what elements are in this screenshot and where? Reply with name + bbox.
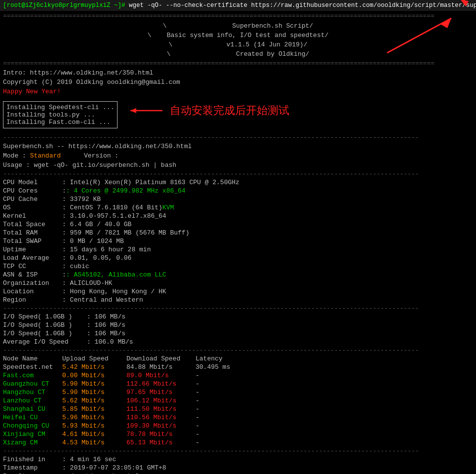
terminal: [root@iZj6clkyo8prlgrmuyplxiZ ~]# wget -… bbox=[0, 0, 476, 474]
table-row: Heifei CU 5.96 Mbit/s 110.56 Mbit/s - bbox=[0, 413, 476, 422]
org-row: Organization : ALICLOUD-HK bbox=[0, 279, 476, 287]
dashed-2: ----------------------------------------… bbox=[0, 170, 476, 178]
intro-line: Intro: https://www.oldking.net/350.html bbox=[0, 68, 476, 78]
big-arrow-svg bbox=[382, 13, 461, 63]
cpu-model-row: CPU Model : Intel(R) Xeon(R) Platinum 81… bbox=[0, 178, 476, 187]
asn-isp-row: ASN & ISP : : AS45102, Alibaba.com LLC bbox=[0, 271, 476, 279]
table-row: Speedtest.net 5.42 Mbit/s 84.88 Mbit/s 3… bbox=[0, 363, 476, 371]
finished-row: Finished in : 4 min 16 sec bbox=[0, 455, 476, 464]
total-space-row: Total Space : 6.4 GB / 40.0 GB bbox=[0, 220, 476, 229]
mode-line: Mode : Standard Version : bbox=[0, 151, 476, 160]
superbench-url: Superbench.sh -- https://www.oldking.net… bbox=[0, 142, 476, 151]
table-row: Xizang CM 4.53 Mbit/s 65.13 Mbit/s - bbox=[0, 438, 476, 447]
svg-line-2 bbox=[387, 18, 451, 53]
table-row: Guangzhou CT 5.90 Mbit/s 112.66 Mbit/s - bbox=[0, 380, 476, 388]
total-ram-row: Total RAM : 959 MB / 7821 MB (5676 MB Bu… bbox=[0, 229, 476, 237]
table-row: Chongqing CU 5.93 Mbit/s 109.30 Mbit/s - bbox=[0, 422, 476, 430]
table-row: Lanzhou CT 5.62 Mbit/s 106.12 Mbit/s - bbox=[0, 396, 476, 405]
tcp-cc-row: TCP CC : cubic bbox=[0, 262, 476, 271]
install-speedtest: Installing Speedtest-cli ... bbox=[6, 104, 114, 111]
table-row: Xinjiang CM 4.61 Mbit/s 78.78 Mbit/s - bbox=[0, 430, 476, 438]
load-avg-row: Load Average : 0.01, 0.05, 0.06 bbox=[0, 254, 476, 262]
dashed-5: ----------------------------------------… bbox=[0, 447, 476, 455]
io-speed2-row: I/O Speed( 1.0GB ) : 106 MB/s bbox=[0, 321, 476, 329]
table-row: Hangzhou CT 5.90 Mbit/s 97.65 Mbit/s - bbox=[0, 388, 476, 396]
cpu-cache-row: CPU Cache : 33792 KB bbox=[0, 195, 476, 203]
table-header: Node Name Upload Speed Download Speed La… bbox=[0, 355, 476, 363]
svg-marker-5 bbox=[130, 108, 136, 113]
install-fast: Installing Fast.com-cli ... bbox=[6, 118, 114, 126]
install-box: Installing Speedtest-cli ... Installing … bbox=[3, 101, 118, 128]
install-section: Installing Speedtest-cli ... Installing … bbox=[0, 98, 476, 131]
left-arrow-svg bbox=[125, 103, 165, 118]
command-line: [root@iZj6clkyo8prlgrmuyplxiZ ~]# wget -… bbox=[0, 0, 476, 11]
uptime-row: Uptime : 15 days 6 hour 28 min bbox=[0, 245, 476, 254]
cpu-cores-row: CPU Cores : : 4 Cores @ 2499.982 MHz x86… bbox=[0, 187, 476, 195]
os-row: OS : CentOS 7.6.1810 (64 Bit) KVM bbox=[0, 203, 476, 212]
usage-line: Usage : wget -qO- git.io/superbench.sh |… bbox=[0, 160, 476, 170]
io-speed3-row: I/O Speed( 1.0GB ) : 106 MB/s bbox=[0, 329, 476, 338]
total-swap-row: Total SWAP : 0 MB / 1024 MB bbox=[0, 237, 476, 245]
avg-io-row: Average I/O Speed : 106.0 MB/s bbox=[0, 338, 476, 346]
install-tools: Installing tools.py ... bbox=[6, 111, 114, 118]
timestamp-row: Timestamp : 2019-07-07 23:05:01 GMT+8 bbox=[0, 464, 476, 472]
results-row: Results : /root/superbench.log bbox=[0, 472, 476, 474]
dashed-4: ----------------------------------------… bbox=[0, 346, 476, 355]
region-row: Region : Central and Western bbox=[0, 296, 476, 304]
copyright-line: Copyright (C) 2019 Oldking oooldking@gma… bbox=[0, 78, 476, 87]
table-row: Fast.com 0.00 Mbit/s 89.0 Mbit/s - bbox=[0, 371, 476, 380]
prompt: [root@iZj6clkyo8prlgrmuyplxiZ ~]# bbox=[3, 2, 125, 9]
table-row: Shanghai CU 5.85 Mbit/s 111.50 Mbit/s - bbox=[0, 405, 476, 413]
io-speed1-row: I/O Speed( 1.0GB ) : 106 MB/s bbox=[0, 313, 476, 321]
location-row: Location : Hong Kong, Hong Kong / HK bbox=[0, 287, 476, 296]
dashed-1: ----------------------------------------… bbox=[0, 133, 476, 142]
kernel-row: Kernel : 3.10.0-957.5.1.el7.x86_64 bbox=[0, 212, 476, 220]
dashed-3: ----------------------------------------… bbox=[0, 304, 476, 313]
annotation-container: 自动安装完成后开始测试 bbox=[125, 103, 289, 118]
happy-new-year: Happy New Year! bbox=[0, 87, 476, 96]
